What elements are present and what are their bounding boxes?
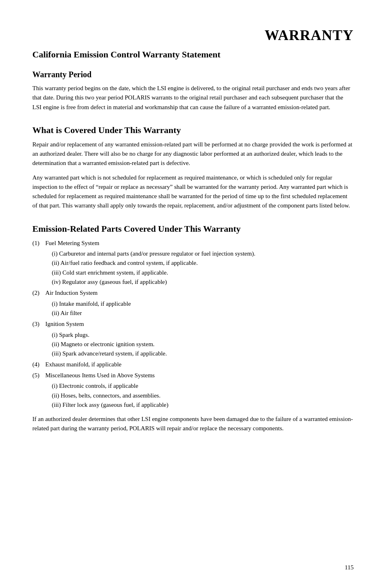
sub-list-item: (ii) Magneto or electronic ignition syst…: [52, 340, 354, 349]
page-number: 115: [345, 563, 354, 572]
page-title: WARRANTY: [32, 24, 354, 46]
sub-list-item: (ii) Air/fuel ratio feedback and control…: [52, 258, 354, 268]
list-item-label: Ignition System: [45, 319, 84, 329]
list-item-label: Miscellaneous Items Used in Above System…: [45, 371, 155, 380]
list-item: (5)Miscellaneous Items Used in Above Sys…: [32, 371, 354, 380]
covered-text-2: Any warranted part which is not schedule…: [32, 173, 354, 211]
sub-list-item: (i) Electronic controls, if applicable: [52, 381, 354, 391]
list-item-num: (4): [32, 360, 45, 369]
list-item-num: (5): [32, 371, 45, 380]
list-item-num: (1): [32, 239, 45, 248]
list-item-label: Air Induction System: [45, 288, 98, 298]
warranty-period-text: This warranty period begins on the date,…: [32, 84, 354, 112]
sub-list: (i) Carburetor and internal parts (and/o…: [32, 249, 354, 287]
list-item: (3)Ignition System: [32, 319, 354, 329]
list-item-num: (3): [32, 319, 45, 329]
sub-list: (i) Intake manifold, if applicable(ii) A…: [32, 299, 354, 318]
list-item: (1)Fuel Metering System: [32, 239, 354, 248]
list-item: (2)Air Induction System: [32, 288, 354, 298]
list-item-label: Exhaust manifold, if applicable: [45, 360, 121, 369]
covered-text-1: Repair and/or replacement of any warrant…: [32, 140, 354, 168]
sub-list-item: (i) Spark plugs.: [52, 330, 354, 340]
closing-text: If an authorized dealer determines that …: [32, 415, 354, 434]
covered-heading: What is Covered Under This Warranty: [32, 123, 354, 137]
sub-list: (i) Spark plugs.(ii) Magneto or electron…: [32, 330, 354, 359]
section-subtitle: California Emission Control Warranty Sta…: [32, 48, 354, 61]
sub-list-item: (i) Intake manifold, if applicable: [52, 299, 354, 309]
sub-list-item: (iii) Cold start enrichment system, if a…: [52, 268, 354, 277]
sub-list-item: (ii) Air filter: [52, 309, 354, 318]
sub-list-item: (i) Carburetor and internal parts (and/o…: [52, 249, 354, 258]
list-item-label: Fuel Metering System: [45, 239, 99, 248]
sub-list-item: (ii) Hoses, belts, connectors, and assem…: [52, 391, 354, 400]
sub-list-item: (iii) Filter lock assy (gaseous fuel, if…: [52, 400, 354, 410]
list-item: (4)Exhaust manifold, if applicable: [32, 360, 354, 369]
sub-list-item: (iii) Spark advance/retard system, if ap…: [52, 349, 354, 358]
emission-parts-list: (1)Fuel Metering System(i) Carburetor an…: [32, 239, 354, 410]
list-item-num: (2): [32, 288, 45, 298]
warranty-period-heading: Warranty Period: [32, 68, 354, 80]
sub-list-item: (iv) Regulator assy (gaseous fuel, if ap…: [52, 277, 354, 287]
emission-heading: Emission-Related Parts Covered Under Thi…: [32, 222, 354, 235]
page: WARRANTY California Emission Control War…: [0, 0, 386, 588]
sub-list: (i) Electronic controls, if applicable(i…: [32, 381, 354, 410]
